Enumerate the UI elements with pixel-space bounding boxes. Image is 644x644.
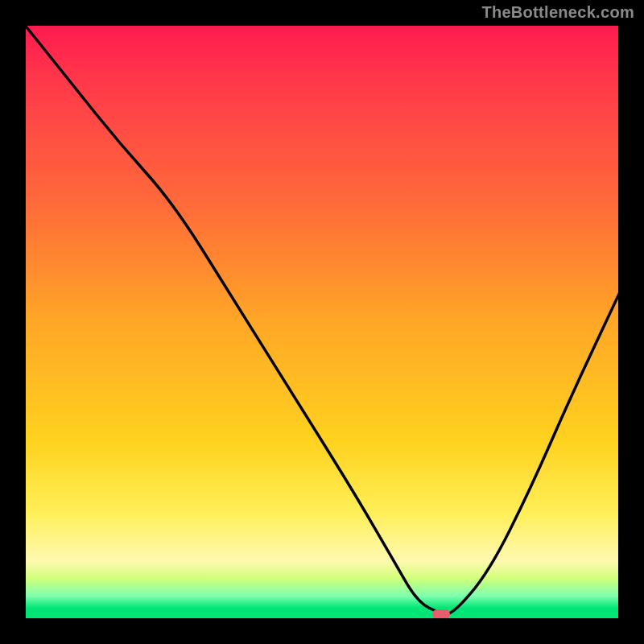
plot-area bbox=[24, 24, 620, 620]
bottleneck-curve bbox=[24, 24, 620, 620]
chart-stage: TheBottleneck.com bbox=[0, 0, 644, 644]
watermark-text: TheBottleneck.com bbox=[481, 3, 634, 22]
optimal-marker bbox=[432, 609, 450, 619]
